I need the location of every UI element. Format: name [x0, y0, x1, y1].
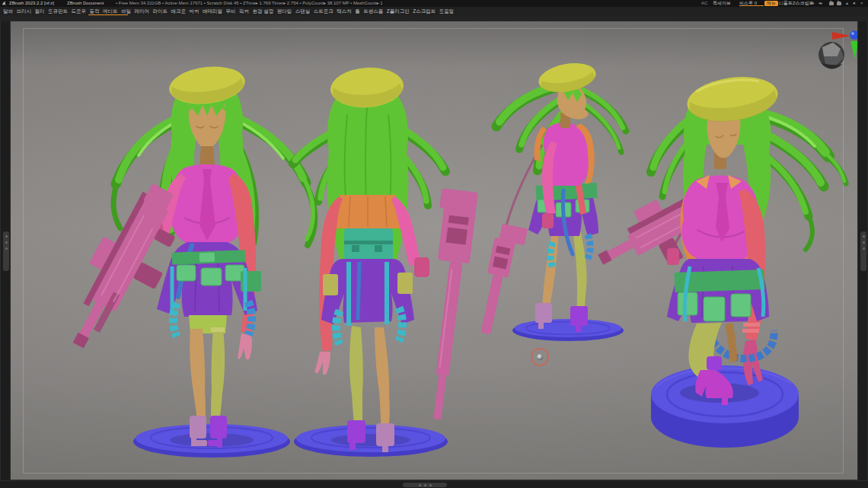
- menu-item[interactable]: Z스크립트: [413, 7, 436, 15]
- default-zscript-button[interactable]: 디폴트Z스크립트: [779, 0, 814, 7]
- turntable-base-side[interactable]: [512, 319, 624, 341]
- menu-item[interactable]: 도큐먼트: [48, 7, 68, 15]
- menu-item[interactable]: 매테리얼: [203, 7, 222, 15]
- menu-item[interactable]: 컬러: [35, 7, 45, 15]
- quicksave-button[interactable]: 퀵세이브: [713, 0, 731, 7]
- sculpt-viewport[interactable]: [11, 21, 857, 480]
- menu-item[interactable]: 툴: [355, 7, 360, 15]
- hand-icon[interactable]: [829, 2, 834, 5]
- figure-three-quarter-view[interactable]: [588, 72, 846, 405]
- left-tray-handle[interactable]: [3, 231, 9, 271]
- figure-back-view[interactable]: [293, 65, 478, 452]
- menu-item[interactable]: 알파: [3, 7, 13, 15]
- menu-item[interactable]: 텍스처: [337, 7, 352, 15]
- tray-scroll-left-icon[interactable]: ◂▪: [810, 0, 814, 7]
- menu-item[interactable]: 라이트: [153, 7, 168, 15]
- zbrush-logo-icon: [2, 1, 7, 6]
- boot-mauve: [190, 416, 207, 446]
- title-bar: ZBrush 2023.2.2 [nf.z] ZBrush Document •…: [0, 0, 868, 7]
- menu-item[interactable]: 브러시: [17, 7, 32, 15]
- menu-item[interactable]: 무비: [226, 7, 236, 15]
- menu-item[interactable]: 픽커: [239, 7, 249, 15]
- camview-widget[interactable]: [819, 42, 844, 69]
- close-icon[interactable]: ×: [860, 0, 863, 7]
- menu-item[interactable]: 스트로크: [314, 7, 333, 15]
- menu-item[interactable]: 도움말: [439, 7, 455, 15]
- viewport-render: [11, 21, 857, 480]
- draw-cursor: [531, 349, 548, 365]
- menu-item[interactable]: 드로우: [72, 7, 87, 15]
- menu-bar: 알파브러시컬러도큐먼트드로우동적에디트파일레이어라이트매크로마커매테리얼무비픽커…: [0, 7, 868, 15]
- menus-button[interactable]: 메뉴: [764, 1, 778, 6]
- menu-item[interactable]: 레이어: [135, 7, 150, 15]
- figure-side-view-small[interactable]: [475, 59, 626, 338]
- menu-item[interactable]: 트랜스폼: [363, 7, 383, 15]
- document-frame: [0, 15, 868, 488]
- menu-item[interactable]: Z플러그인: [387, 7, 410, 15]
- ac-label: AC: [701, 0, 707, 7]
- bottom-tray-handle[interactable]: [403, 483, 447, 487]
- menu-item[interactable]: 렌더링: [277, 7, 292, 15]
- turntable-base-back[interactable]: [294, 425, 448, 457]
- right-tray[interactable]: [857, 21, 868, 486]
- menu-item[interactable]: 환경 설정: [253, 7, 274, 15]
- bottom-tray[interactable]: [0, 480, 868, 488]
- figure-front-view[interactable]: [53, 62, 314, 448]
- user-icon[interactable]: ▴: [846, 0, 848, 7]
- zbrush-window: ZBrush 2023.2.2 [nf.z] ZBrush Document •…: [0, 0, 868, 488]
- left-tray[interactable]: [0, 21, 11, 486]
- menu-item[interactable]: 마커: [190, 7, 199, 15]
- document-name: ZBrush Document: [67, 0, 104, 7]
- hand-pen-icon[interactable]: [837, 2, 841, 5]
- rifle-back: [413, 188, 477, 421]
- menu-item[interactable]: 매크로: [171, 7, 187, 15]
- session-icon[interactable]: ●: [853, 0, 856, 7]
- tray-scroll-right-icon[interactable]: ▪▸: [819, 0, 822, 7]
- rifle-side: [475, 222, 528, 337]
- memory-stats: • Free Mem 34.311GB • Active Mem 17671 •…: [116, 0, 383, 7]
- menu-item[interactable]: 스텐실: [295, 7, 311, 15]
- right-tray-handle[interactable]: [860, 231, 866, 271]
- app-title: ZBrush 2023.2.2 [nf.z]: [9, 0, 54, 7]
- seethrough-slider-track[interactable]: [739, 5, 764, 7]
